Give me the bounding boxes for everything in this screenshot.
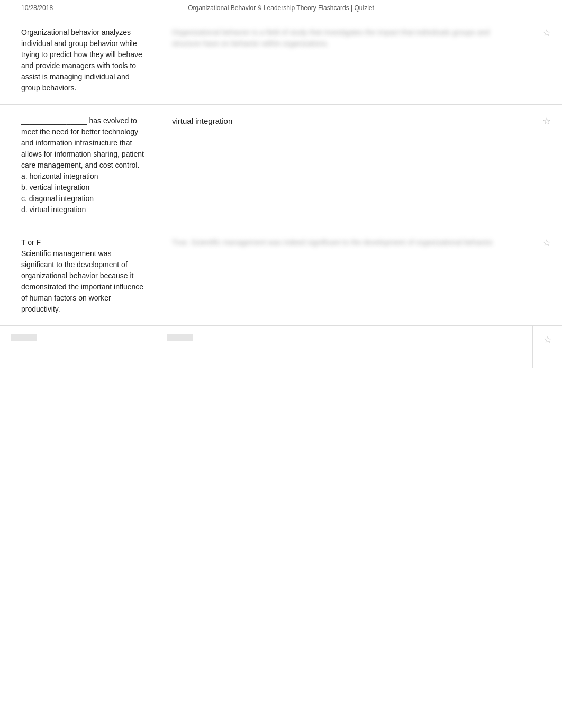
- flashcard-answer: virtual integration: [156, 105, 533, 226]
- flashcard-question: Organizational behavior analyzes individ…: [0, 16, 156, 104]
- question-text: ________________ has evolved to meet the…: [21, 116, 146, 214]
- flashcard-question: ________________ has evolved to meet the…: [0, 105, 156, 226]
- flashcard-row: Organizational behavior analyzes individ…: [0, 16, 562, 105]
- flashcard-row: T or F Scientific management was signifi…: [0, 226, 562, 326]
- flashcard-meta: ☆: [533, 226, 562, 325]
- answer-text: virtual integration: [172, 116, 232, 125]
- bottom-partial-row: ☆: [0, 326, 562, 368]
- page-title: Organizational Behavior & Leadership The…: [64, 4, 498, 12]
- flashcard-question: T or F Scientific management was signifi…: [0, 226, 156, 325]
- bottom-middle-blurred: [167, 334, 193, 341]
- answer-blurred: True. Scientific management was indeed s…: [172, 238, 494, 247]
- bottom-middle-cell: [156, 326, 533, 368]
- flashcard-meta: ☆: [533, 105, 562, 226]
- question-text: T or F Scientific management was signifi…: [21, 238, 146, 313]
- bottom-left-cell: [0, 326, 156, 368]
- star-icon[interactable]: ☆: [542, 115, 553, 126]
- question-text: Organizational behavior analyzes individ…: [21, 28, 144, 92]
- bottom-right-cell: ☆: [533, 326, 562, 368]
- flashcard-row: ________________ has evolved to meet the…: [0, 105, 562, 226]
- bottom-left-blurred: [11, 334, 37, 341]
- date-label: 10/28/2018: [21, 4, 64, 12]
- flashcard-meta: ☆: [533, 16, 562, 104]
- star-icon[interactable]: ☆: [542, 27, 553, 38]
- page-header: 10/28/2018 Organizational Behavior & Lea…: [0, 0, 562, 16]
- answer-blurred: Organizational behavior is a field of st…: [172, 28, 490, 48]
- star-icon[interactable]: ☆: [542, 237, 553, 248]
- flashcard-container: Organizational behavior analyzes individ…: [0, 16, 562, 368]
- star-icon[interactable]: ☆: [543, 334, 552, 344]
- flashcard-answer: True. Scientific management was indeed s…: [156, 226, 533, 325]
- flashcard-answer: Organizational behavior is a field of st…: [156, 16, 533, 104]
